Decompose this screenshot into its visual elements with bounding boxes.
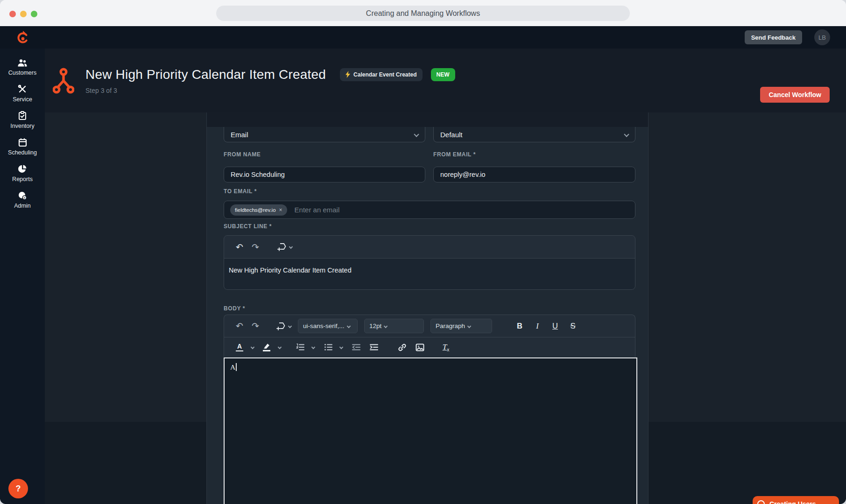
undo-button[interactable]: ↶ xyxy=(233,319,246,333)
svg-text:e: e xyxy=(24,196,26,199)
step-config-panel: Email Default FROM NAME FROM EMAIL * Rev… xyxy=(206,112,649,504)
trigger-badge-label: Calendar Event Created xyxy=(353,71,416,78)
outdent-button[interactable] xyxy=(350,340,362,354)
subject-label: SUBJECT LINE * xyxy=(224,223,272,230)
underline-button[interactable]: U xyxy=(548,319,562,333)
sidebar-item-label: Admin xyxy=(14,203,30,209)
browser-tab[interactable]: Creating and Managing Workflows xyxy=(216,6,630,21)
indent-icon xyxy=(370,343,378,351)
send-feedback-button[interactable]: Send Feedback xyxy=(745,30,802,44)
paragraph-format-value: Paragraph xyxy=(436,322,465,329)
lightning-icon xyxy=(345,71,350,78)
workflow-icon xyxy=(53,68,74,94)
insert-link-button[interactable] xyxy=(396,340,408,354)
toast-title: Creating Users xyxy=(769,500,816,504)
sidebar-item-label: Service xyxy=(13,96,32,103)
chevron-down-icon xyxy=(289,245,293,249)
reports-icon xyxy=(18,164,27,174)
to-email-input[interactable]: fieldtechs@rev.io × Enter an email xyxy=(224,201,635,219)
progress-toast[interactable]: Creating Users 0% xyxy=(753,496,839,504)
workflow-canvas-left xyxy=(45,112,206,504)
link-icon xyxy=(398,343,407,352)
minimize-window-button[interactable] xyxy=(20,11,27,17)
bullet-list-button[interactable] xyxy=(322,340,334,354)
merge-tag-icon xyxy=(277,242,287,252)
font-size-value: 12pt xyxy=(369,322,381,329)
user-avatar[interactable]: LB xyxy=(814,29,830,45)
from-name-input[interactable]: Rev.io Scheduling xyxy=(224,167,425,182)
redo-button[interactable]: ↷ xyxy=(249,240,261,254)
italic-button[interactable]: I xyxy=(530,319,544,333)
font-size-select[interactable]: 12pt xyxy=(364,319,424,333)
sidebar-item-scheduling[interactable]: Scheduling xyxy=(0,138,45,156)
send-feedback-label: Send Feedback xyxy=(751,34,796,41)
sidebar-nav: Customers Service xyxy=(0,49,45,504)
service-icon xyxy=(18,84,27,94)
chevron-down-icon[interactable] xyxy=(251,345,254,349)
indent-button[interactable] xyxy=(368,340,380,354)
from-email-input[interactable]: noreply@rev.io xyxy=(433,167,635,182)
outdent-icon xyxy=(352,343,360,351)
template-value: Default xyxy=(440,131,463,139)
image-icon xyxy=(416,343,424,351)
redo-button[interactable]: ↷ xyxy=(249,319,261,333)
subject-content[interactable]: New High Priority Calendar Item Created xyxy=(224,259,635,289)
chevron-down-icon[interactable] xyxy=(278,345,282,349)
new-badge: NEW xyxy=(431,68,455,81)
font-family-value: ui-sans-serif,... xyxy=(303,322,345,329)
clear-formatting-button[interactable]: T x xyxy=(440,340,452,354)
highlight-color-button[interactable] xyxy=(261,340,273,354)
paragraph-format-select[interactable]: Paragraph xyxy=(430,319,492,333)
body-text: A xyxy=(230,363,235,371)
email-chip[interactable]: fieldtechs@rev.io × xyxy=(230,204,287,216)
sidebar-item-reports[interactable]: Reports xyxy=(0,164,45,182)
sidebar-item-admin[interactable]: e Admin xyxy=(0,191,45,209)
chevron-down-icon xyxy=(346,324,350,328)
body-content-editor[interactable]: A xyxy=(224,357,637,504)
email-chip-value: fieldtechs@rev.io xyxy=(235,207,276,213)
sidebar-item-inventory[interactable]: Inventory xyxy=(0,111,45,129)
body-toolbar: ↶ ↷ ui-sans-serif,... xyxy=(224,315,635,357)
top-bar: Send Feedback LB xyxy=(0,26,846,49)
sidebar-item-service[interactable]: Service xyxy=(0,84,45,103)
font-family-select[interactable]: ui-sans-serif,... xyxy=(298,319,358,333)
to-email-placeholder: Enter an email xyxy=(295,206,340,214)
ordered-list-icon xyxy=(296,343,304,351)
macos-titlebar: Creating and Managing Workflows xyxy=(0,0,846,26)
app-window: Creating and Managing Workflows Send Fee… xyxy=(0,0,846,504)
trigger-badge: Calendar Event Created xyxy=(340,68,422,81)
revio-logo-icon[interactable] xyxy=(17,30,29,44)
spinner-icon xyxy=(757,500,765,504)
ordered-list-button[interactable] xyxy=(294,340,306,354)
body-label: BODY * xyxy=(224,305,245,312)
undo-button[interactable]: ↶ xyxy=(233,240,246,254)
sidebar-item-customers[interactable]: Customers xyxy=(0,59,45,76)
chevron-down-icon xyxy=(624,132,629,137)
chevron-down-icon[interactable] xyxy=(339,345,343,349)
text-color-button[interactable]: A xyxy=(233,340,246,354)
from-email-value: noreply@rev.io xyxy=(440,171,486,178)
chip-remove-icon[interactable]: × xyxy=(279,207,282,213)
merge-tag-button[interactable] xyxy=(276,319,291,333)
help-label: ? xyxy=(16,484,21,494)
workflow-header: New High Priority Calendar Item Created … xyxy=(45,49,846,112)
action-type-select[interactable]: Email xyxy=(224,127,425,142)
close-window-button[interactable] xyxy=(9,11,16,17)
strikethrough-button[interactable]: S xyxy=(566,319,580,333)
text-caret xyxy=(236,363,237,371)
chevron-down-icon xyxy=(414,132,419,137)
customers-icon xyxy=(17,59,28,67)
zoom-window-button[interactable] xyxy=(31,11,37,17)
template-select[interactable]: Default xyxy=(433,127,635,142)
workflow-title-block: New High Priority Calendar Item Created … xyxy=(85,67,326,94)
insert-image-button[interactable] xyxy=(414,340,426,354)
help-button[interactable]: ? xyxy=(8,479,28,498)
merge-tag-icon xyxy=(276,322,286,331)
bullet-list-icon xyxy=(324,343,332,351)
merge-tag-button[interactable] xyxy=(277,240,292,254)
chevron-down-icon xyxy=(467,324,471,328)
bold-button[interactable]: B xyxy=(513,319,527,333)
chevron-down-icon[interactable] xyxy=(311,345,315,349)
sidebar-item-label: Inventory xyxy=(10,123,34,129)
cancel-workflow-button[interactable]: Cancel Workflow xyxy=(760,87,830,103)
